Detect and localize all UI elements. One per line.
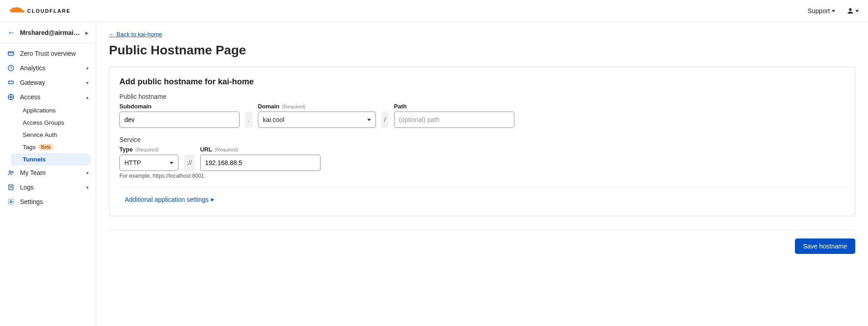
- public-hostname-label: Public hostname: [119, 93, 845, 100]
- svg-point-7: [12, 171, 13, 173]
- nav-label: My Team: [20, 169, 81, 176]
- main-content: ← Back to kai-home Public Hostname Page …: [96, 22, 868, 326]
- account-selector[interactable]: ← Mrshared@airmail.cc... ▸: [0, 22, 96, 44]
- header-right: Support: [808, 7, 859, 15]
- domain-label: Domain (Required): [258, 103, 376, 110]
- chevron-down-icon: ▾: [86, 66, 89, 71]
- nav-label: Gateway: [20, 79, 81, 86]
- logs-icon: [7, 184, 15, 191]
- dot-separator: .: [245, 112, 252, 128]
- nav-label: Access: [20, 93, 81, 101]
- account-email: Mrshared@airmail.cc...: [20, 29, 81, 36]
- back-link[interactable]: ← Back to kai-home: [109, 31, 162, 38]
- nav-gateway[interactable]: Gateway ▾: [0, 75, 96, 90]
- caret-down-icon: [170, 162, 173, 164]
- caret-down-icon: [367, 119, 371, 121]
- footer-bar: Save hostname: [109, 230, 855, 254]
- type-value: HTTP: [124, 159, 141, 166]
- type-label: Type (Required): [119, 146, 178, 153]
- chevron-down-icon: ▾: [86, 185, 89, 190]
- team-icon: [7, 169, 15, 176]
- url-input[interactable]: [200, 155, 321, 171]
- additional-settings-toggle[interactable]: Additional application settings ▾: [125, 196, 845, 203]
- slash-separator: /: [381, 112, 389, 128]
- svg-rect-4: [9, 81, 14, 83]
- chevron-down-icon: ▾: [86, 170, 89, 175]
- scheme-separator: ://: [184, 155, 195, 171]
- chevron-down-icon: ▾: [86, 80, 89, 85]
- path-field: Path: [394, 103, 514, 128]
- service-row: Type (Required) HTTP :// URL (Required): [119, 146, 845, 171]
- arrow-left-icon: ←: [7, 29, 15, 37]
- path-label: Path: [394, 103, 514, 110]
- nav-access-groups[interactable]: Access Groups: [20, 117, 96, 129]
- gateway-icon: [7, 79, 15, 86]
- path-input[interactable]: [394, 112, 514, 128]
- svg-rect-1: [8, 52, 14, 55]
- nav-applications[interactable]: Applications: [20, 104, 96, 117]
- chevron-right-icon: ▾: [208, 198, 216, 201]
- divider: [119, 187, 845, 188]
- page-title: Public Hostname Page: [109, 43, 855, 58]
- domain-select[interactable]: kai.cool: [258, 112, 376, 128]
- caret-down-icon: [832, 10, 835, 12]
- nav-tunnels[interactable]: Tunnels: [11, 153, 91, 165]
- svg-point-0: [849, 8, 852, 11]
- subdomain-label: Subdomain: [119, 103, 240, 110]
- beta-badge: Beta: [39, 144, 54, 150]
- nav-analytics[interactable]: Analytics ▾: [0, 61, 96, 75]
- nav-logs[interactable]: Logs ▾: [0, 180, 96, 195]
- nav-settings[interactable]: Settings: [0, 195, 96, 209]
- type-field: Type (Required) HTTP: [119, 146, 178, 171]
- access-icon: [7, 93, 15, 101]
- nav-label: Settings: [20, 198, 89, 205]
- save-hostname-button[interactable]: Save hostname: [795, 238, 855, 254]
- svg-point-6: [9, 170, 11, 172]
- nav-service-auth[interactable]: Service Auth: [20, 129, 96, 141]
- caret-down-icon: [855, 10, 859, 12]
- url-label: URL (Required): [200, 146, 321, 153]
- cloudflare-icon: [9, 7, 25, 15]
- card-icon: [7, 50, 15, 57]
- nav-label: Zero Trust overview: [20, 50, 89, 57]
- logo-text: CLOUDFLARE: [27, 8, 71, 14]
- sidebar: ← Mrshared@airmail.cc... ▸ Zero Trust ov…: [0, 22, 96, 326]
- hostname-row: Subdomain . Domain (Required) kai.cool /…: [119, 103, 845, 128]
- logo[interactable]: CLOUDFLARE: [9, 7, 71, 15]
- gear-icon: [7, 198, 15, 205]
- subdomain-field: Subdomain: [119, 103, 240, 128]
- clock-icon: [7, 64, 15, 72]
- url-helper: For example, https://localhost:8001: [119, 173, 845, 179]
- service-label: Service: [119, 136, 845, 143]
- support-dropdown[interactable]: Support: [808, 7, 835, 15]
- type-select[interactable]: HTTP: [119, 155, 178, 171]
- svg-point-11: [10, 201, 12, 203]
- nav-zero-trust-overview[interactable]: Zero Trust overview: [0, 46, 96, 61]
- user-menu[interactable]: [846, 7, 859, 15]
- chevron-up-icon: ▴: [86, 95, 89, 100]
- domain-field: Domain (Required) kai.cool: [258, 103, 376, 128]
- nav-my-team[interactable]: My Team ▾: [0, 165, 96, 180]
- sidebar-nav: Zero Trust overview Analytics ▾ Gateway …: [0, 44, 96, 209]
- hostname-card: Add public hostname for kai-home Public …: [109, 67, 855, 216]
- user-icon: [846, 7, 854, 15]
- chevron-right-icon: ▸: [85, 29, 89, 36]
- domain-value: kai.cool: [263, 116, 284, 123]
- top-header: CLOUDFLARE Support: [0, 0, 868, 22]
- nav-label: Logs: [20, 184, 81, 191]
- subdomain-input[interactable]: [119, 112, 240, 128]
- nav-access-submenu: Applications Access Groups Service Auth …: [0, 104, 96, 165]
- card-title: Add public hostname for kai-home: [119, 77, 845, 87]
- url-field: URL (Required): [200, 146, 321, 171]
- nav-access[interactable]: Access ▴: [0, 90, 96, 104]
- nav-tags[interactable]: Tags Beta: [20, 141, 96, 153]
- support-label: Support: [808, 7, 830, 15]
- nav-label: Analytics: [20, 64, 81, 72]
